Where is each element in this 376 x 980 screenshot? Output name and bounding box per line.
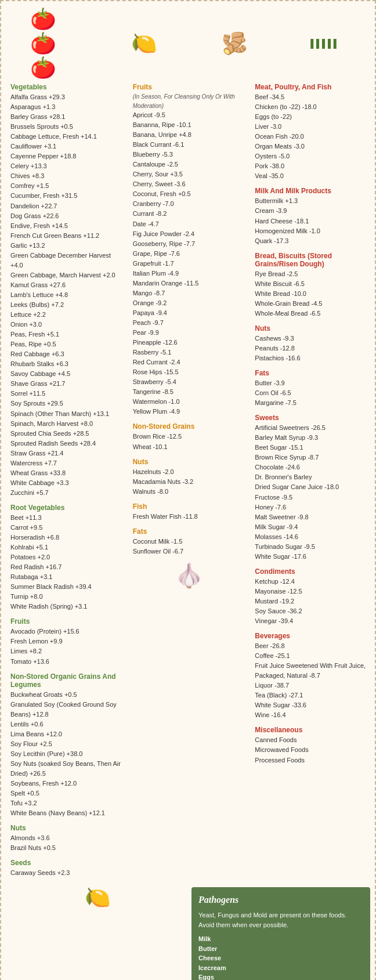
food-item: Macadamia Nuts -3.2 (133, 477, 246, 487)
food-item: Beer -26.8 (255, 641, 368, 651)
food-item: Chives +8.3 (10, 171, 124, 181)
food-item: Peach -9.7 (133, 318, 246, 328)
food-item: Walnuts -8.0 (133, 487, 246, 497)
pathogens-title: Pathogens (198, 893, 363, 907)
food-item: Wine -16.4 (255, 710, 368, 720)
food-item: Brazil Nuts +0.5 (10, 843, 124, 853)
pathogen-item: Eggs (198, 972, 363, 980)
food-item: Sprouted Chia Seeds +28.5 (10, 429, 124, 439)
food-item: Summer Black Radish +39.4 (10, 582, 124, 592)
food-item: Cucumber, Fresh +31.5 (10, 191, 124, 201)
food-item: Veal -35.0 (255, 171, 368, 181)
food-item: Homogenized Milk -1.0 (255, 226, 368, 236)
food-item: Coconut, Fresh +0.5 (133, 189, 246, 199)
section-title: Milk And Milk Products (255, 187, 368, 195)
food-item: Beet +11.3 (10, 513, 124, 523)
right-column: Meat, Poultry, And FishBeef -34.5Chicken… (252, 77, 370, 765)
food-item: Pork -38.0 (255, 161, 368, 171)
food-item: Pineapple -12.6 (133, 338, 246, 348)
food-item: Black Currant -6.1 (133, 140, 246, 150)
food-item: Orange -9.2 (133, 298, 246, 308)
food-item: Strawberry -5.4 (133, 377, 246, 387)
food-item: Turbinado Sugar -9.5 (255, 542, 368, 552)
food-item: Bananna, Ripe -10.1 (133, 120, 246, 130)
food-item: Soy Lecithin (Pure) +38.0 (10, 749, 124, 759)
food-item: Cream -3.9 (255, 206, 368, 216)
pathogen-item: Milk (198, 934, 363, 944)
section-title: Bread, Biscuits (Stored Grains/Risen Dou… (255, 252, 368, 268)
food-item: Cherry, Sour +3.5 (133, 169, 246, 179)
lemon-image: 🍋 (121, 23, 167, 64)
food-item: Lettuce +2.2 (10, 310, 124, 320)
food-item: Soy Sauce -36.2 (255, 606, 368, 616)
food-item: Carrot +9.5 (10, 523, 124, 533)
food-item: Molasses -14.6 (255, 532, 368, 542)
food-item: Ketchup -12.4 (255, 577, 368, 587)
food-item: Soy Flour +2.5 (10, 739, 124, 749)
food-item: Peas, Fresh +5.1 (10, 330, 124, 339)
food-item: Tofu +3.2 (10, 798, 124, 808)
food-item: Fructose -9.5 (255, 493, 368, 502)
food-item: Microwaved Foods (255, 745, 368, 755)
food-item: Kohlrabi +5.1 (10, 543, 124, 552)
food-item: Watercress +7.7 (10, 458, 124, 468)
food-item: Leeks (Bulbs) +7.2 (10, 300, 124, 310)
section-title: Fruits (133, 83, 246, 91)
section-title: Nuts (255, 324, 368, 332)
food-item: Pistachios -16.6 (255, 353, 368, 363)
section-title: Seeds (10, 859, 124, 867)
food-item: Cashews -9.3 (255, 334, 368, 343)
food-item: Brussels Sprouts +0.5 (10, 122, 124, 132)
pathogens-list: MilkButterCheeseIcecreamEggsBeef, Pork, … (198, 934, 363, 980)
food-item: Cabbage Lettuce, Fresh +14.1 (10, 132, 124, 142)
food-item: Sunflower Oil -6.7 (133, 547, 246, 556)
food-item: Quark -17.3 (255, 236, 368, 246)
section-title: Nuts (133, 458, 246, 466)
section-title: Sweets (255, 414, 368, 422)
food-item: Lamb's Lettuce +4.8 (10, 290, 124, 300)
food-item: Red Cabbage +6.3 (10, 349, 124, 359)
pathogen-item: Icecream (198, 963, 363, 973)
food-item: Ocean Fish -20.0 (255, 132, 368, 142)
food-item: Liquor -38.7 (255, 681, 368, 690)
pathogen-item: Butter (198, 944, 363, 954)
food-item: Hard Cheese -18.1 (255, 216, 368, 226)
section-title: Non-Stored Grains (133, 422, 246, 431)
bottom-section: 🍋 PathogensYeast, Fungus and Mold are pr… (8, 883, 370, 980)
food-item: Peas, Ripe +0.5 (10, 339, 124, 349)
food-item: Cranberry -7.0 (133, 199, 246, 209)
section-title: Non-Stored Organic Grains And Legumes (10, 672, 124, 689)
food-item: Tangerine -8.5 (133, 387, 246, 397)
section-title: Root Vegetables (10, 504, 124, 512)
food-item: Rasberry -5.1 (133, 348, 246, 357)
food-item: Grape, Ripe -7.6 (133, 249, 246, 259)
food-item: Oysters -5.0 (255, 151, 368, 161)
section-title: Nuts (10, 824, 124, 832)
pathogens-description: Yeast, Fungus and Mold are present on th… (198, 910, 363, 930)
section-title: Fats (133, 527, 246, 536)
section-note: (In Season, For Cleansing Only Or With M… (133, 92, 246, 110)
food-item: Cantaloupe -2.5 (133, 160, 246, 169)
food-item: Limes +8.2 (10, 646, 124, 656)
section-title: Miscellaneous (255, 726, 368, 734)
food-item: Corn Oil -6.5 (255, 388, 368, 398)
section-title: Condiments (255, 567, 368, 576)
food-item: White Biscuit -6.5 (255, 279, 368, 289)
food-item: Cauliflower +3.1 (10, 142, 124, 151)
food-item: Asparagus +1.3 (10, 102, 124, 112)
food-item: Lentils +0.6 (10, 719, 124, 729)
food-item: Fruit Juice Sweetened With Fruit Juice, … (255, 661, 368, 681)
food-item: Rhubarb Stalks +6.3 (10, 359, 124, 369)
food-item: French Cut Green Beans +11.2 (10, 231, 124, 241)
main-content: VegetablesAlfalfa Grass +29.3Asparagus +… (8, 77, 370, 878)
section-title: Fish (133, 502, 246, 511)
food-item: Butter -3.9 (255, 378, 368, 388)
section-title: Vegetables (10, 83, 124, 91)
pathogen-item: Cheese (198, 953, 363, 963)
food-item: Vinegar -39.4 (255, 616, 368, 626)
food-item: Granulated Soy (Cooked Ground Soy Beans)… (10, 700, 124, 719)
food-item: Barley Grass +28.1 (10, 112, 124, 122)
food-item: Buckwheat Groats +0.5 (10, 690, 124, 700)
section-title: Fruits (10, 617, 124, 625)
food-item: Blueberry -5.3 (133, 150, 246, 160)
